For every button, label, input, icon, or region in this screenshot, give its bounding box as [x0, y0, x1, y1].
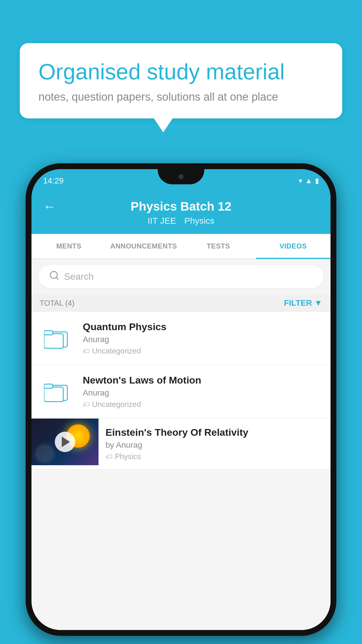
- app-header: ← Physics Batch 12 IIT JEE Physics: [31, 192, 331, 234]
- list-item[interactable]: Newton's Laws of Motion Anurag 🏷 Uncateg…: [31, 365, 331, 419]
- svg-rect-6: [44, 387, 63, 402]
- video-list: Quantum Physics Anurag 🏷 Uncategorized: [31, 312, 331, 470]
- play-button[interactable]: [55, 432, 75, 452]
- tab-tests[interactable]: TESTS: [181, 234, 256, 258]
- battery-icon: ▮: [315, 177, 319, 185]
- notch: [158, 169, 204, 184]
- video-author-1: Anurag: [83, 335, 322, 344]
- filter-icon: ▼: [314, 298, 322, 308]
- speech-bubble-tail: [154, 118, 173, 132]
- tabs-bar: MENTS ANNOUNCEMENTS TESTS VIDEOS: [31, 234, 331, 259]
- search-icon: [49, 270, 59, 283]
- bubble-title: Organised study material: [38, 58, 324, 85]
- tab-announcements[interactable]: ANNOUNCEMENTS: [106, 234, 181, 258]
- svg-rect-4: [44, 331, 53, 335]
- phone-frame: 14:29 ▾ ▲ ▮ ← Physics Batch 12 IIT JEE P…: [26, 163, 336, 636]
- wifi-icon: ▾: [299, 177, 302, 185]
- video-folder-thumb-1: [40, 325, 75, 351]
- speech-bubble-card: Organised study material notes, question…: [20, 43, 342, 132]
- video-tag-1: 🏷 Uncategorized: [83, 346, 322, 356]
- tag-label-1: Uncategorized: [92, 346, 141, 356]
- filter-button[interactable]: FILTER ▼: [284, 298, 322, 308]
- tag-label-2: Uncategorized: [92, 400, 141, 409]
- phone-inner: 14:29 ▾ ▲ ▮ ← Physics Batch 12 IIT JEE P…: [31, 169, 331, 630]
- filter-label: FILTER: [284, 298, 312, 308]
- tab-videos[interactable]: VIDEOS: [256, 234, 331, 258]
- tag-label-3: Physics: [115, 452, 141, 461]
- bubble-subtitle: notes, question papers, solutions all at…: [38, 91, 324, 103]
- svg-line-1: [56, 277, 58, 279]
- video-title-2: Newton's Laws of Motion: [83, 374, 322, 386]
- header-subtitle: IIT JEE Physics: [147, 216, 214, 226]
- status-icons: ▾ ▲ ▮: [299, 177, 319, 185]
- video-title-1: Quantum Physics: [83, 321, 322, 332]
- speech-bubble: Organised study material notes, question…: [20, 43, 342, 118]
- list-item[interactable]: Einstein's Theory Of Relativity by Anura…: [31, 419, 331, 470]
- einstein-tag: 🏷 Physics: [106, 452, 322, 461]
- video-folder-thumb-2: [40, 379, 75, 405]
- back-button[interactable]: ←: [43, 199, 56, 214]
- search-placeholder: Search: [64, 271, 94, 282]
- svg-rect-3: [44, 334, 63, 348]
- header-title: Physics Batch 12: [131, 200, 231, 214]
- screen-content: Search TOTAL (4) FILTER ▼: [31, 259, 331, 630]
- video-tag-2: 🏷 Uncategorized: [83, 400, 322, 409]
- tab-ments[interactable]: MENTS: [31, 234, 106, 258]
- play-icon: [62, 437, 70, 447]
- header-row: ← Physics Batch 12: [43, 200, 319, 214]
- video-author-2: Anurag: [83, 388, 322, 398]
- header-subtitle-left: IIT JEE: [147, 216, 176, 226]
- video-info-2: Newton's Laws of Motion Anurag 🏷 Uncateg…: [83, 374, 322, 409]
- tag-icon-1: 🏷: [83, 347, 90, 355]
- search-bar[interactable]: Search: [38, 265, 324, 288]
- status-bar: 14:29 ▾ ▲ ▮: [31, 169, 331, 192]
- svg-rect-7: [44, 384, 53, 388]
- tag-icon-2: 🏷: [83, 400, 90, 409]
- einstein-info: Einstein's Theory Of Relativity by Anura…: [99, 419, 322, 469]
- einstein-title: Einstein's Theory Of Relativity: [106, 427, 322, 438]
- tag-icon-3: 🏷: [106, 453, 113, 461]
- signal-icon: ▲: [305, 177, 312, 185]
- einstein-thumbnail: [31, 419, 99, 465]
- total-label: TOTAL (4): [40, 299, 74, 308]
- filter-row: TOTAL (4) FILTER ▼: [31, 294, 331, 312]
- camera-dot: [178, 174, 184, 179]
- einstein-author: by Anurag: [106, 440, 322, 450]
- video-info-1: Quantum Physics Anurag 🏷 Uncategorized: [83, 321, 322, 356]
- header-subtitle-right: Physics: [184, 216, 214, 226]
- list-item[interactable]: Quantum Physics Anurag 🏷 Uncategorized: [31, 312, 331, 365]
- status-time: 14:29: [43, 176, 64, 186]
